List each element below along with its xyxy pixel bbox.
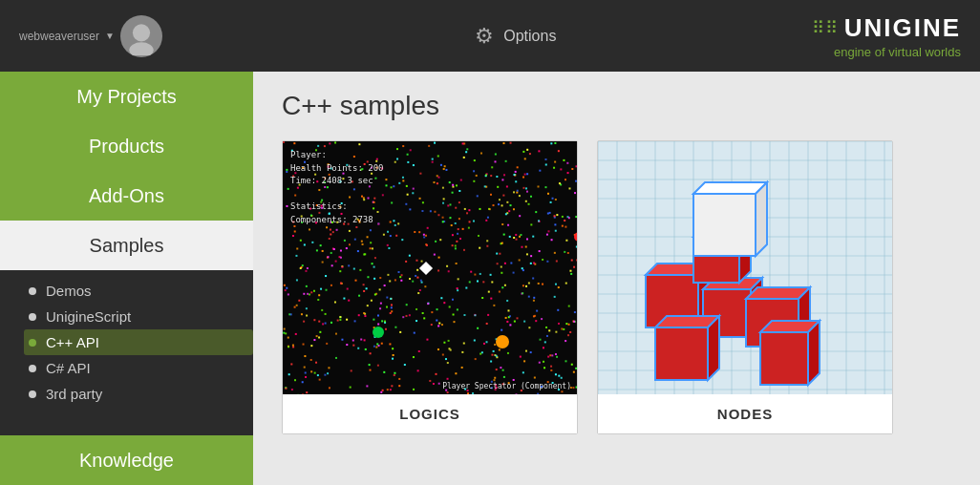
card-nodes-label: NODES <box>598 394 892 433</box>
avatar <box>120 15 162 57</box>
card-logics-image: Player: Health Points: 200 Time: 2408.3 … <box>283 141 577 394</box>
logics-footer: Player Spectator (Component) <box>442 382 571 390</box>
svg-point-1 <box>129 42 153 55</box>
content-area: C++ samples Player: Health Points: 200 T… <box>253 72 980 485</box>
topbar-left: webweaveruser ▼ <box>19 15 162 57</box>
sidebar-item-products[interactable]: Products <box>0 121 253 171</box>
dropdown-arrow-icon: ▼ <box>105 31 115 41</box>
topbar-right: ⠿⠿ UNIGINE engine of virtual worlds <box>812 13 961 59</box>
submenu-item-3rd-party[interactable]: 3rd party <box>29 381 253 407</box>
bullet-icon <box>29 287 36 295</box>
gear-icon: ⚙ <box>475 24 494 49</box>
sidebar-item-samples[interactable]: Samples <box>0 221 253 270</box>
sidebar-item-add-ons[interactable]: Add-Ons <box>0 171 253 221</box>
submenu: Demos UnigineScript C++ API C# API 3rd p… <box>0 270 253 414</box>
sidebar-item-knowledge[interactable]: Knowledge <box>0 435 253 485</box>
brand-tagline: engine of virtual worlds <box>834 45 961 59</box>
submenu-item-demos[interactable]: Demos <box>29 278 253 304</box>
bullet-active-icon <box>29 339 36 347</box>
options-label: Options <box>503 28 556 45</box>
sidebar-item-my-projects[interactable]: My Projects <box>0 72 253 121</box>
card-nodes[interactable]: NODES <box>597 140 893 434</box>
svg-point-0 <box>133 24 150 41</box>
submenu-item-csharp-api[interactable]: C# API <box>29 355 253 381</box>
bullet-icon <box>29 365 36 372</box>
card-logics[interactable]: Player: Health Points: 200 Time: 2408.3 … <box>282 140 578 434</box>
logics-hud: Player: Health Points: 200 Time: 2408.3 … <box>290 149 384 226</box>
card-nodes-image <box>598 141 892 394</box>
username-area[interactable]: webweaveruser ▼ <box>19 15 162 57</box>
topbar-center[interactable]: ⚙ Options <box>475 24 556 49</box>
card-logics-label: LOGICS <box>283 394 577 433</box>
nodes-canvas <box>598 141 892 394</box>
topbar: webweaveruser ▼ ⚙ Options ⠿⠿ UNIGINE eng… <box>0 0 980 72</box>
page-title: C++ samples <box>282 91 951 121</box>
cards-grid: Player: Health Points: 200 Time: 2408.3 … <box>282 140 951 434</box>
username-text: webweaveruser <box>19 30 99 43</box>
brand-logo: ⠿⠿ UNIGINE <box>812 13 961 43</box>
main-area: My Projects Products Add-Ons Samples Dem… <box>0 72 980 485</box>
submenu-item-cpp-api[interactable]: C++ API <box>24 329 253 355</box>
sidebar: My Projects Products Add-Ons Samples Dem… <box>0 72 253 485</box>
logics-canvas: Player: Health Points: 200 Time: 2408.3 … <box>283 141 577 394</box>
bullet-icon <box>29 313 36 321</box>
brand-name: UNIGINE <box>844 13 961 43</box>
submenu-item-uniginescript[interactable]: UnigineScript <box>29 304 253 329</box>
bullet-icon <box>29 390 36 398</box>
brand-dots-icon: ⠿⠿ <box>812 17 839 38</box>
